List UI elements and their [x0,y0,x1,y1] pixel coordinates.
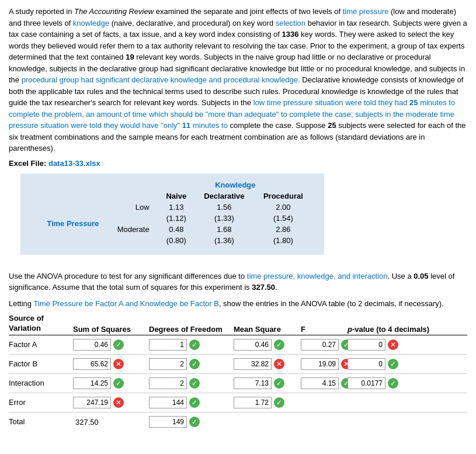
factor-a-df-cell: ✓ [149,339,234,351]
time-pressure-label: Time Pressure [32,202,105,246]
error-ss-error-icon: ✕ [113,397,124,408]
procedural-col-header: Procedural [254,190,312,202]
mod-naive-value: 0.48 [158,224,194,235]
header-f: F [301,325,348,334]
error-ss-cell: ✕ [73,397,149,408]
factor-b-ss-cell: ✕ [73,358,149,370]
error-df-input[interactable] [149,397,187,408]
factor-a-ms-check-icon: ✓ [274,339,284,350]
interaction-ms-cell: ✓ [234,377,301,389]
factor-b-ss-error-icon: ✕ [113,359,124,369]
factor-b-row: Factor B ✕ ✓ ✕ ✕ [9,355,467,374]
interaction-pval-check-icon: ✓ [388,378,398,389]
low-procedural-std: (1.54) [254,213,312,224]
interaction-pval-input[interactable] [348,377,385,389]
low-procedural-value: 2.00 [254,202,312,213]
error-row: Error ✕ ✓ ✓ [9,393,467,413]
header-df: Degrees of Freedom [149,325,234,334]
total-df-input[interactable] [149,416,187,428]
declarative-col-header: Declarative [194,190,254,202]
error-label: Error [9,398,73,407]
interaction-label: Interaction [9,379,73,387]
factor-a-df-input[interactable] [149,339,187,351]
interaction-df-cell: ✓ [149,377,234,389]
error-df-cell: ✓ [149,397,234,408]
factor-b-df-check-icon: ✓ [189,359,200,369]
knowledge-header: Knowledge [158,179,312,190]
factor-a-row: Factor A ✓ ✓ ✓ ✓ [9,335,467,355]
interaction-df-check-icon: ✓ [189,378,200,389]
interaction-pval-cell: ✓ [348,377,435,389]
interaction-ms-check-icon: ✓ [274,378,284,389]
factor-b-label: Factor B [9,359,73,368]
instruction-1: Use the ANOVA procedure to test for any … [9,271,467,293]
factor-a-ss-check-icon: ✓ [113,339,124,350]
factor-a-ms-cell: ✓ [234,339,301,351]
total-label: Total [9,417,73,426]
interaction-ss-check-icon: ✓ [113,378,124,389]
interaction-f-input[interactable] [301,377,339,389]
factor-a-ms-input[interactable] [234,339,272,351]
interaction-ss-input[interactable] [73,377,111,389]
total-row: Total 327.50 ✓ [9,413,467,431]
mod-declarative-std: (1.36) [194,235,254,246]
interaction-f-cell: ✓ [301,377,348,389]
excel-label: Excel File: [9,159,46,168]
mod-procedural-value: 2.86 [254,224,312,235]
mod-procedural-std: (1.80) [254,235,312,246]
factor-a-ss-cell: ✓ [73,339,149,351]
interaction-ss-cell: ✓ [73,377,149,389]
low-naive-std: (1.12) [158,213,194,224]
mod-declarative-value: 1.68 [194,224,254,235]
factor-b-f-cell: ✕ [301,358,348,370]
factor-b-f-input[interactable] [301,358,339,370]
factor-a-label: Factor A [9,340,73,349]
factor-b-df-input[interactable] [149,358,187,370]
factor-b-pval-input[interactable] [348,358,385,370]
header-source: Source ofVariation [9,314,73,334]
factor-a-f-cell: ✓ [301,339,348,351]
total-ss-value: 327.50 [73,417,149,427]
factor-a-ss-input[interactable] [73,339,111,351]
factor-a-pval-input[interactable] [348,339,385,351]
mod-naive-std: (0.80) [158,235,194,246]
anova-section: Source ofVariation Sum of Squares Degree… [9,314,467,431]
factor-b-df-cell: ✓ [149,358,234,370]
factor-a-pval-cell: ✕ [348,339,435,351]
error-ss-input[interactable] [73,397,111,408]
anova-header-row: Source ofVariation Sum of Squares Degree… [9,314,467,335]
factor-b-ms-input[interactable] [234,358,272,370]
instruction-2: Letting Time Pressure be Factor A and Kn… [9,298,467,310]
factor-b-pval-check-icon: ✓ [388,359,398,369]
factor-b-ms-error-icon: ✕ [274,359,284,369]
excel-file-label: Excel File: data13-33.xlsx [9,159,467,168]
excel-link[interactable]: data13-33.xlsx [48,159,100,168]
data-table: Knowledge Naive Declarative Procedural T… [32,179,312,246]
header-ss: Sum of Squares [73,325,149,334]
low-naive-value: 1.13 [158,202,194,213]
factor-b-ss-input[interactable] [73,358,111,370]
error-ms-input[interactable] [234,397,272,408]
factor-a-df-check-icon: ✓ [189,339,200,350]
data-table-wrapper: Knowledge Naive Declarative Procedural T… [20,174,324,255]
low-declarative-value: 1.56 [194,202,254,213]
low-declarative-std: (1.33) [194,213,254,224]
intro-paragraph: A study reported in The Accounting Revie… [9,6,467,154]
total-df-cell: ✓ [149,416,234,428]
interaction-ms-input[interactable] [234,377,272,389]
moderate-row-label: Moderate [105,224,158,235]
interaction-df-input[interactable] [149,377,187,389]
total-ss-text: 327.50 [73,418,149,427]
factor-a-pval-error-icon: ✕ [388,339,398,350]
error-ms-cell: ✓ [234,397,301,408]
naive-col-header: Naive [158,190,194,202]
low-row-label: Low [105,202,158,213]
error-df-check-icon: ✓ [189,397,200,408]
total-df-check-icon: ✓ [189,417,200,427]
header-ms: Mean Square [234,325,301,334]
header-pval: p-value (to 4 decimals) [348,325,435,334]
factor-b-pval-cell: ✓ [348,358,435,370]
factor-b-ms-cell: ✕ [234,358,301,370]
error-ms-check-icon: ✓ [274,397,284,408]
factor-a-f-input[interactable] [301,339,339,351]
